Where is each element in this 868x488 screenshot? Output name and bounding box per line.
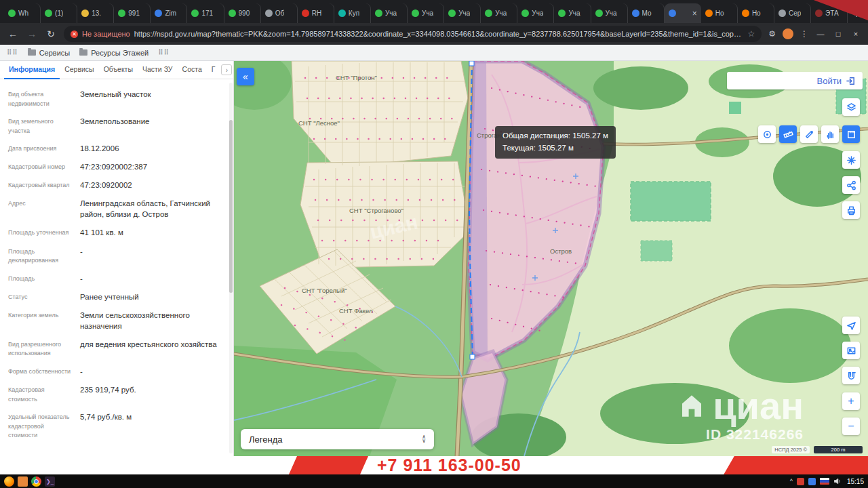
tab-title: (1) <box>55 9 63 17</box>
share-button[interactable] <box>842 176 860 194</box>
file-manager-icon[interactable] <box>18 476 28 487</box>
panel-collapse-button[interactable]: « <box>237 68 254 85</box>
browser-tab[interactable]: × <box>665 3 701 23</box>
browser-tab[interactable]: 13. × <box>77 3 114 23</box>
zoom-out-button[interactable]: − <box>842 418 860 435</box>
firefox-icon[interactable] <box>4 476 14 487</box>
browser-tab[interactable]: Уча × <box>517 3 554 23</box>
object-attributes-list: Вид объекта недвижимости Земельный участ… <box>0 79 233 441</box>
panel-tab[interactable]: Соста <box>178 61 207 79</box>
pan-hand-button[interactable] <box>821 125 839 143</box>
browser-tab[interactable]: Об × <box>261 3 298 23</box>
profile-avatar[interactable] <box>783 28 793 39</box>
forward-icon[interactable]: → <box>26 28 38 39</box>
bookmark-star-icon[interactable]: ☆ <box>747 29 755 39</box>
tab-title: Уча <box>458 9 470 17</box>
measure-distance-button[interactable] <box>779 125 797 143</box>
locate-button[interactable] <box>842 317 860 334</box>
login-bar[interactable]: Войти <box>727 72 863 89</box>
browser-tab[interactable]: (1) × <box>41 3 77 23</box>
browser-tab[interactable]: Куп × <box>334 3 371 23</box>
chrome-icon[interactable] <box>31 476 41 487</box>
draw-button[interactable] <box>800 125 818 143</box>
window-minimize-button[interactable]: — <box>815 30 826 38</box>
panel-scrollbar[interactable] <box>229 83 233 453</box>
map[interactable]: СНТ "Протон" СНТ "Лесное" СНТ "Строганов… <box>234 61 868 456</box>
security-badge[interactable]: Не защищено <box>82 30 130 38</box>
reload-icon[interactable]: ↻ <box>45 28 57 39</box>
browser-tab[interactable]: 171 × <box>187 3 224 23</box>
tab-favicon-icon <box>191 9 199 17</box>
legend-toggle[interactable]: Легенда ∧∨ <box>241 429 434 449</box>
tray-expand-icon[interactable]: ^ <box>790 478 793 485</box>
panel-tab[interactable]: Сервисы <box>60 61 99 79</box>
tab-favicon-icon <box>558 9 566 17</box>
attribute-label: Адрес <box>8 198 73 220</box>
bookmark-folder[interactable]: Сервисы <box>28 49 71 57</box>
bookmark-folder[interactable]: Ресурсы Этажей <box>79 49 149 57</box>
browser-tab[interactable]: Wh × <box>4 3 41 23</box>
browser-tab[interactable]: 991 × <box>114 3 151 23</box>
attribute-label: Статус <box>8 291 73 302</box>
browser-tab[interactable]: RH × <box>298 3 334 23</box>
url-text[interactable]: https://nspd.gov.ru/map?thematic=PKK&zoo… <box>134 30 744 38</box>
measure-point-button[interactable] <box>758 125 776 143</box>
terminal-icon[interactable]: ❯_ <box>45 476 55 487</box>
tray-app-icon[interactable] <box>808 478 816 485</box>
tab-title: Уча <box>495 9 507 17</box>
browser-tab[interactable]: Но × <box>738 3 774 23</box>
address-bar[interactable]: ✕ Не защищено https://nspd.gov.ru/map?th… <box>64 26 762 42</box>
panel-tabs-scroll-button[interactable]: › <box>221 64 232 75</box>
volume-icon[interactable] <box>833 477 842 485</box>
browser-tab[interactable]: Уча × <box>371 3 408 23</box>
tab-title: 991 <box>128 9 140 17</box>
zoom-in-button[interactable]: + <box>842 392 860 410</box>
extensions-icon[interactable]: ⚙ <box>768 29 776 39</box>
browser-tab[interactable]: Уча × <box>408 3 444 23</box>
browser-tab[interactable]: Mo × <box>628 3 665 23</box>
window-close-button[interactable]: × <box>850 30 861 38</box>
tab-favicon-icon <box>632 9 639 17</box>
taskbar-clock: 15:15 <box>847 478 864 485</box>
browser-tab-strip: Wh × (1) × 13. × 991 × Zim × 171 × <box>0 0 868 23</box>
browser-tab[interactable]: Уча × <box>554 3 591 23</box>
apps-grid-icon[interactable]: ⠿⠿ <box>7 49 18 56</box>
browser-tab[interactable]: Уча × <box>481 3 517 23</box>
attribute-row: Удельный показатель кадастровой стоимост… <box>8 411 224 441</box>
apps-grid-icon[interactable]: ⠿⠿ <box>158 49 170 56</box>
attribute-label: Площадь декларированная <box>8 246 73 266</box>
magnet-button[interactable] <box>842 367 860 384</box>
measure-area-button[interactable] <box>842 125 860 143</box>
panel-tab[interactable]: Объекты <box>99 61 138 79</box>
snowflake-button[interactable] <box>842 151 860 169</box>
browser-tab[interactable]: Сер × <box>774 3 811 23</box>
attribute-label: Вид земельного участка <box>8 116 73 136</box>
panel-tab[interactable]: Г <box>207 61 220 79</box>
panel-tab[interactable]: Части ЗУ <box>138 61 178 79</box>
screenshot-button[interactable] <box>842 342 860 359</box>
security-warning-icon[interactable]: ✕ <box>71 30 78 38</box>
print-button[interactable] <box>842 201 860 219</box>
attribute-value: 41 101 кв. м <box>80 227 224 238</box>
menu-icon[interactable]: ⋮ <box>800 29 808 39</box>
tray-app-icon[interactable] <box>797 478 804 485</box>
attribute-label: Кадастровый номер <box>8 161 73 172</box>
tab-favicon-icon <box>338 9 346 17</box>
browser-tab[interactable]: Уча × <box>444 3 481 23</box>
tab-favicon-icon <box>669 9 676 17</box>
footer-phone-number: +7 911 163-00-50 <box>377 456 521 474</box>
panel-scrollbar-thumb[interactable] <box>229 120 233 293</box>
back-icon[interactable]: ← <box>7 28 19 39</box>
browser-tab[interactable]: 990 × <box>224 3 261 23</box>
layers-button[interactable] <box>842 98 860 116</box>
browser-tab[interactable]: Уча × <box>591 3 628 23</box>
browser-tab[interactable]: Zim × <box>151 3 187 23</box>
window-maximize-button[interactable]: □ <box>833 30 844 38</box>
tab-title: Но <box>752 9 761 17</box>
attribute-row: Форма собственности - <box>8 366 224 377</box>
panel-tab[interactable]: Информация <box>4 61 60 79</box>
tab-favicon-icon <box>815 9 823 17</box>
browser-tab[interactable]: Но × <box>701 3 738 23</box>
tab-close-icon[interactable]: × <box>692 9 697 18</box>
keyboard-layout-flag-icon[interactable] <box>820 478 829 485</box>
